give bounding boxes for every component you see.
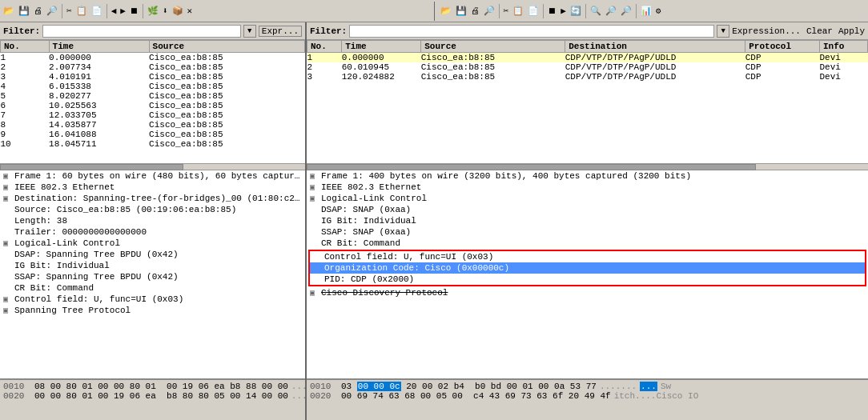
col-destination-right: Destination: [565, 41, 745, 53]
detail-item-left[interactable]: ▣ Logical-Link Control: [0, 238, 305, 249]
cut-icon[interactable]: ✂: [65, 5, 74, 17]
filter-expression-btn[interactable]: Expression...: [732, 26, 801, 36]
detail-item-right[interactable]: ▣ IEEE 802.3 Ethernet: [307, 182, 868, 193]
detail-item-left[interactable]: Trailer: 0000000000000000: [0, 226, 305, 238]
detail-item-right[interactable]: CR Bit: Command: [307, 238, 868, 249]
detail-item-left[interactable]: ▣ Destination: Spanning-tree-(for-bridge…: [0, 193, 305, 204]
detail-item-left[interactable]: Source: Cisco_ea:b8:85 (00:19:06:ea:b8:8…: [0, 204, 305, 215]
forward-icon[interactable]: ▶: [119, 5, 127, 17]
play-icon[interactable]: ▶: [559, 5, 568, 17]
detail-item-left[interactable]: Length: 38: [0, 215, 305, 226]
cell-time: 16.041088: [49, 130, 149, 139]
detail-item-left[interactable]: CR Bit: Command: [0, 282, 305, 294]
packet-row-left[interactable]: 9 16.041088 Cisco_ea:b8:85: [1, 130, 305, 139]
package-icon[interactable]: 📦: [171, 5, 185, 17]
packet-row-left[interactable]: 2 2.007734 Cisco_ea:b8:85: [1, 62, 305, 72]
paste-icon[interactable]: 📄: [90, 5, 104, 17]
zoom-fit-icon[interactable]: 🔎: [619, 5, 633, 17]
back-icon[interactable]: ◀: [110, 5, 119, 17]
packet-row-right[interactable]: 3 120.024882 Cisco_ea:b8:85 CDP/VTP/DTP/…: [307, 72, 868, 82]
detail-item-right[interactable]: ▣ Logical-Link Control: [307, 193, 868, 204]
cell-time: 0.000000: [49, 53, 149, 63]
filter-clear-btn[interactable]: Clear: [806, 26, 833, 36]
packet-row-left[interactable]: 10 18.045711 Cisco_ea:b8:85: [1, 139, 305, 149]
filter-apply-btn[interactable]: Apply: [838, 26, 865, 36]
detail-item-left[interactable]: ▣ Control field: U, func=UI (0x03): [0, 294, 305, 305]
capture-icon[interactable]: 🌿: [146, 5, 160, 17]
cell-no: 3: [1, 72, 50, 82]
cut2-icon[interactable]: ✂: [502, 5, 511, 17]
settings-icon[interactable]: ⚙: [654, 5, 663, 17]
packet-row-left[interactable]: 6 10.025563 Cisco_ea:b8:85: [1, 101, 305, 110]
packet-row-left[interactable]: 1 0.000000 Cisco_ea:b8:85: [1, 53, 305, 63]
cell-time: 18.045711: [49, 139, 149, 149]
expand-icon: ▣: [310, 194, 319, 203]
detail-item-left[interactable]: SSAP: Spanning Tree BPDU (0x42): [0, 271, 305, 282]
detail-red-box: Control field: U, func=UI (0x03) Organiz…: [308, 250, 866, 286]
packet-row-left[interactable]: 3 4.010191 Cisco_ea:b8:85: [1, 72, 305, 82]
cell-time: 0.000000: [342, 53, 421, 63]
close-icon[interactable]: ✕: [186, 5, 195, 17]
hex-line-2-right: 0020 00 69 74 63 68 00 05 00 c4 43 69 73…: [310, 391, 865, 401]
detail-text: IEEE 802.3 Ethernet: [321, 182, 421, 192]
packet-row-left[interactable]: 7 12.033705 Cisco_ea:b8:85: [1, 110, 305, 120]
detail-item-right[interactable]: SSAP: SNAP (0xaa): [307, 226, 868, 238]
copy-icon[interactable]: 📋: [74, 5, 89, 17]
cell-time: 14.035877: [49, 120, 149, 130]
save-icon[interactable]: 💾: [17, 5, 31, 17]
print-icon[interactable]: 🖨: [32, 5, 44, 17]
filter-input-right[interactable]: [349, 25, 714, 38]
filter-expr-btn-left[interactable]: Expr...: [259, 26, 302, 37]
col-source-left: Source: [149, 41, 304, 53]
open-icon[interactable]: 📂: [2, 5, 16, 17]
detail-text: Frame 1: 60 bytes on wire (480 bits), 60…: [14, 171, 302, 181]
search-icon[interactable]: 🔎: [45, 5, 59, 17]
paste2-icon[interactable]: 📄: [526, 5, 540, 17]
packet-row-left[interactable]: 4 6.015338 Cisco_ea:b8:85: [1, 82, 305, 91]
download-icon[interactable]: ⬇: [161, 5, 170, 17]
packet-row-left[interactable]: 8 14.035877 Cisco_ea:b8:85: [1, 120, 305, 130]
detail-text: Logical-Link Control: [14, 238, 120, 248]
packet-row-right[interactable]: 2 60.010945 Cisco_ea:b8:85 CDP/VTP/DTP/P…: [307, 62, 868, 72]
save2-icon[interactable]: 💾: [454, 5, 468, 17]
cell-source: Cisco_ea:b8:85: [149, 120, 304, 130]
detail-text: DSAP: SNAP (0xaa): [321, 205, 411, 214]
filter-input-left[interactable]: [42, 25, 241, 38]
detail-item-left[interactable]: IG Bit: Individual: [0, 260, 305, 271]
zoom-in-icon[interactable]: 🔍: [589, 5, 603, 17]
detail-item-left[interactable]: DSAP: Spanning Tree BPDU (0x42): [0, 249, 305, 260]
open2-icon[interactable]: 📂: [439, 5, 453, 17]
cell-protocol: CDP: [745, 62, 820, 72]
packet-row-right[interactable]: 1 0.000000 Cisco_ea:b8:85 CDP/VTP/DTP/PA…: [307, 53, 868, 63]
detail-item-left[interactable]: ▣ IEEE 802.3 Ethernet: [0, 182, 305, 193]
detail-item-right[interactable]: IG Bit: Individual: [307, 215, 868, 226]
col-info-right: Info: [819, 41, 867, 53]
search2-icon[interactable]: 🔎: [482, 5, 496, 17]
filter-dropdown-left[interactable]: ▼: [243, 25, 256, 38]
detail-text: Source: Cisco_ea:b8:85 (00:19:06:ea:b8:8…: [14, 205, 236, 214]
chart-icon[interactable]: 📊: [639, 5, 653, 17]
detail-item-right[interactable]: DSAP: SNAP (0xaa): [307, 204, 868, 215]
expand-icon: ▣: [310, 171, 319, 181]
expand-icon: ▣: [310, 288, 319, 298]
detail-item-right-boxed[interactable]: Organization Code: Cisco (0x00000c): [310, 262, 865, 274]
reload-icon[interactable]: 🔄: [569, 5, 583, 17]
print2-icon[interactable]: 🖨: [469, 5, 481, 17]
expand-icon: ▣: [3, 171, 13, 181]
cell-source: Cisco_ea:b8:85: [149, 82, 304, 91]
stop2-icon[interactable]: ⏹: [546, 5, 558, 17]
packet-row-left[interactable]: 5 8.020277 Cisco_ea:b8:85: [1, 91, 305, 101]
detail-item-right-boxed[interactable]: PID: CDP (0x2000): [310, 274, 865, 285]
cell-time: 2.007734: [49, 62, 149, 72]
detail-item-right-boxed[interactable]: Control field: U, func=UI (0x03): [310, 251, 865, 262]
stop-icon[interactable]: ⏹: [128, 5, 140, 17]
detail-item-left[interactable]: ▣ Frame 1: 60 bytes on wire (480 bits), …: [0, 170, 305, 182]
cell-source: Cisco_ea:b8:85: [149, 130, 304, 139]
detail-item-right[interactable]: ▣ Frame 1: 400 bytes on wire (3200 bits)…: [307, 170, 868, 182]
zoom-out-icon[interactable]: 🔎: [604, 5, 618, 17]
detail-item-right[interactable]: ▣ Cisco Discovery Protocol: [307, 287, 868, 298]
detail-item-left[interactable]: ▣ Spanning Tree Protocol: [0, 305, 305, 316]
filter-dropdown-right[interactable]: ▼: [717, 25, 729, 38]
copy2-icon[interactable]: 📋: [511, 5, 525, 17]
detail-text: Length: 38: [14, 216, 67, 226]
